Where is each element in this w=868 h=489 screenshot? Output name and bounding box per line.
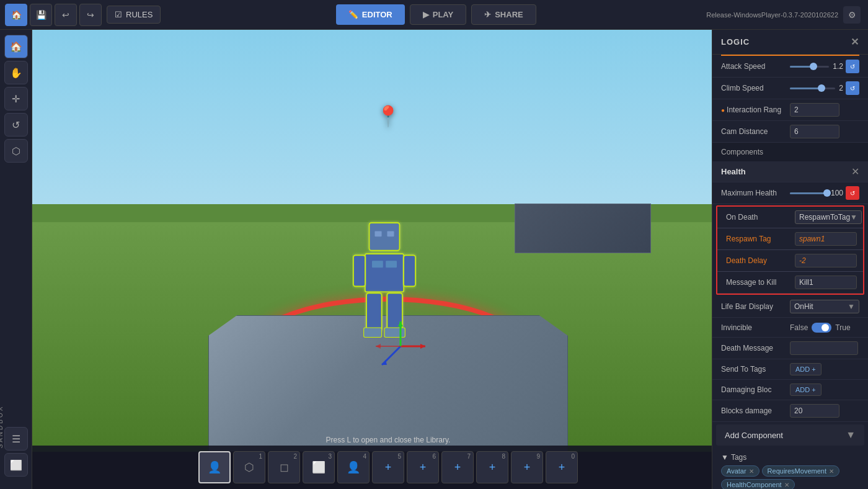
undo-button[interactable]: ↩ <box>55 4 77 26</box>
health-component-close[interactable]: ✕ <box>851 166 859 177</box>
toolbar-slot-8[interactable]: 8+ <box>476 451 508 483</box>
climb-speed-slider[interactable] <box>790 87 835 89</box>
save-button[interactable]: 💾 <box>30 4 52 26</box>
death-message-label: Death Message <box>721 344 786 352</box>
svg-rect-3 <box>365 254 404 292</box>
panel-close-button[interactable]: ✕ <box>851 36 859 48</box>
add-component-row[interactable]: Add Component ▼ <box>716 424 864 446</box>
tag-requires-movement-label: RequiresMovement <box>768 467 826 475</box>
send-to-tags-label: Send To Tags <box>721 365 786 374</box>
editor-mode-button[interactable]: ✏️ EDITOR <box>336 4 405 25</box>
rules-button[interactable]: ☑ RULES <box>107 6 161 24</box>
dark-block-structure <box>515 204 651 253</box>
blocks-damage-input[interactable] <box>790 404 839 418</box>
blocks-damage-row: Blocks damage <box>712 400 868 422</box>
right-panel: LOGIC ✕ Attack Speed 1.2 ↺ Climb Speed 2… <box>712 30 868 489</box>
blocks-damage-label: Blocks damage <box>721 406 786 415</box>
toolbar-slot-7[interactable]: 7+ <box>441 451 474 483</box>
max-health-slider[interactable] <box>790 192 827 194</box>
sandbox-label: SANDBOX <box>0 416 4 449</box>
settings-button[interactable]: ⚙ <box>843 6 861 24</box>
svg-rect-6 <box>353 255 365 286</box>
panel-title: LOGIC <box>721 37 750 47</box>
respawn-tag-input[interactable] <box>795 232 857 246</box>
tag-requires-movement[interactable]: RequiresMovement ✕ <box>762 465 839 477</box>
attack-speed-reset[interactable]: ↺ <box>846 60 859 73</box>
message-to-kill-row: Message to Kill <box>717 272 863 294</box>
max-health-value: 100 <box>831 189 843 197</box>
attack-speed-label: Attack Speed <box>721 62 786 71</box>
health-component-header: Health ✕ <box>712 161 868 182</box>
max-health-reset[interactable]: ↺ <box>846 186 859 200</box>
info-button[interactable]: ⬜ <box>4 453 28 477</box>
cam-distance-input[interactable] <box>790 125 839 138</box>
invincible-label: Invincible <box>721 323 786 332</box>
panel-header: LOGIC ✕ <box>712 30 868 55</box>
rotate-tool-button[interactable]: ↺ <box>4 113 28 137</box>
death-delay-input[interactable] <box>795 254 857 267</box>
grab-tool-button[interactable]: ✋ <box>4 61 28 84</box>
on-death-dropdown-arrow: ▼ <box>850 213 857 222</box>
respawn-tag-label: Respawn Tag <box>726 235 791 243</box>
home-button[interactable]: 🏠 <box>5 4 27 26</box>
play-mode-button[interactable]: ▶ PLAY <box>410 4 466 25</box>
interaction-range-input[interactable] <box>790 103 839 117</box>
toolbar-slot-5[interactable]: 5+ <box>372 451 404 483</box>
transform-axes <box>370 315 432 377</box>
redo-button[interactable]: ↪ <box>79 4 102 26</box>
send-to-tags-row: Send To Tags ADD + <box>712 359 868 380</box>
svg-rect-1 <box>374 231 381 236</box>
toolbar-slot-2[interactable]: 2◻ <box>268 451 300 483</box>
select-tool-button[interactable]: ⬡ <box>4 139 28 163</box>
tags-label: Tags <box>731 453 746 462</box>
tags-collapse-icon[interactable]: ▼ <box>721 453 728 462</box>
tag-health-component-remove[interactable]: ✕ <box>784 482 789 488</box>
attack-speed-slider[interactable] <box>790 66 829 68</box>
toolbar-slot-3[interactable]: 3⬜ <box>303 451 335 483</box>
climb-speed-value: 2 <box>839 84 843 92</box>
invincible-false-label: False <box>790 323 808 332</box>
toolbar-slot-0[interactable]: 👤 <box>198 451 231 483</box>
toolbar-slot-9[interactable]: 9+ <box>511 451 543 483</box>
pencil-icon: ✏️ <box>348 10 358 19</box>
send-to-tags-add-button[interactable]: ADD + <box>790 363 822 375</box>
invincible-row: Invincible False True <box>712 318 868 338</box>
invincible-toggle[interactable] <box>812 323 831 333</box>
add-component-arrow-icon: ▼ <box>846 429 856 441</box>
death-message-input[interactable] <box>790 341 858 355</box>
tag-health-component[interactable]: HealthComponent ✕ <box>721 479 795 489</box>
tag-avatar-remove[interactable]: ✕ <box>749 468 754 475</box>
toolbar-slot-1[interactable]: 1⬡ <box>233 451 265 483</box>
on-death-dropdown[interactable]: RespawnToTag ▼ <box>795 210 862 224</box>
svg-rect-7 <box>404 255 415 286</box>
toolbar-slot-4[interactable]: 4👤 <box>337 451 370 483</box>
death-message-row: Death Message <box>712 338 868 359</box>
layers-button[interactable]: ☰ <box>4 427 28 451</box>
tag-avatar[interactable]: Avatar ✕ <box>721 465 760 477</box>
tag-requires-movement-remove[interactable]: ✕ <box>829 468 834 475</box>
climb-speed-row: Climb Speed 2 ↺ <box>712 78 868 99</box>
home-sidebar-button[interactable]: 🏠 <box>4 35 28 58</box>
climb-speed-reset[interactable]: ↺ <box>846 81 859 95</box>
max-health-row: Maximum Health 100 ↺ <box>712 182 868 204</box>
highlighted-on-death-section: On Death RespawnToTag ▼ Respawn Tag Deat… <box>716 205 864 295</box>
play-icon: ▶ <box>423 10 429 19</box>
toolbar-slot-6[interactable]: 6+ <box>407 451 439 483</box>
life-bar-row: Life Bar Display OnHit ▼ <box>712 296 868 318</box>
svg-marker-13 <box>420 344 425 349</box>
share-mode-button[interactable]: ✈ SHARE <box>471 4 536 25</box>
cam-distance-row: Cam Distance <box>712 121 868 143</box>
topbar: 🏠 💾 ↩ ↪ ☑ RULES ✏️ EDITOR ▶ PLAY ✈ SHARE… <box>0 0 868 30</box>
share-icon: ✈ <box>484 10 491 19</box>
life-bar-dropdown[interactable]: OnHit ▼ <box>790 300 859 313</box>
move-tool-button[interactable]: ✛ <box>4 87 28 110</box>
damaging-bloc-add-button[interactable]: ADD + <box>790 384 822 396</box>
svg-marker-15 <box>398 321 403 326</box>
tag-avatar-label: Avatar <box>727 467 746 475</box>
viewport: 📍 <box>32 30 744 489</box>
message-to-kill-input[interactable] <box>795 276 857 289</box>
toolbar-slot-10[interactable]: 0+ <box>546 451 578 483</box>
tags-section: ▼ Tags Avatar ✕ RequiresMovement ✕ Healt… <box>712 448 868 489</box>
respawn-tag-row: Respawn Tag <box>717 228 863 250</box>
interaction-range-row: ● Interaction Rang <box>712 99 868 121</box>
